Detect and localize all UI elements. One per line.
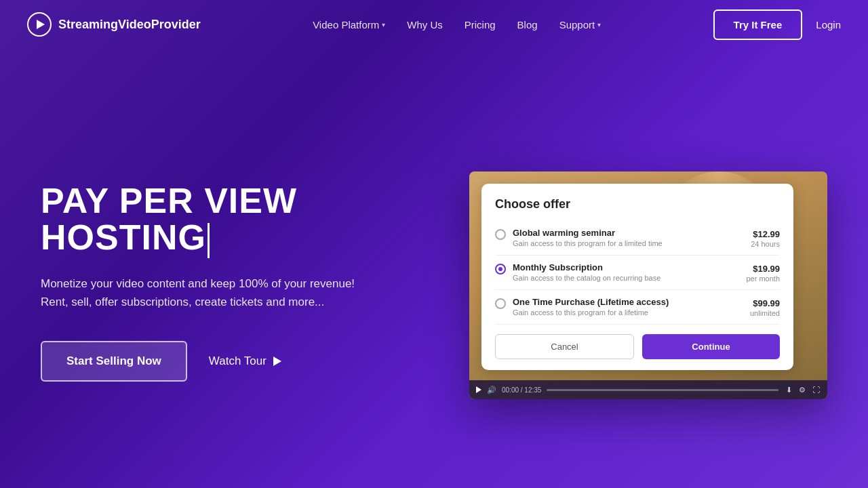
cancel-button[interactable]: Cancel: [495, 334, 634, 359]
volume-button[interactable]: 🔊: [487, 386, 496, 394]
svg-marker-1: [37, 20, 45, 29]
chevron-down-icon: ▾: [597, 21, 601, 28]
hero-title: PAY PER VIEW HOSTING: [41, 182, 414, 258]
play-icon: [273, 357, 281, 366]
offer-radio-2[interactable]: [495, 264, 506, 274]
offer-desc-3: Gain access to this program for a lifeti…: [513, 308, 743, 317]
video-controls-bar: 🔊 00:00 / 12:35 ⬇ ⚙ ⛶: [469, 380, 827, 399]
nav-video-platform[interactable]: Video Platform ▾: [313, 19, 385, 30]
nav-why-us[interactable]: Why Us: [407, 19, 443, 30]
logo-icon: [27, 12, 52, 37]
chevron-down-icon: ▾: [382, 21, 385, 28]
offer-item-1: Global warming seminar Gain access to th…: [495, 221, 780, 256]
offer-name-3: One Time Purchase (Lifetime access): [513, 297, 743, 307]
offer-period-3: unlimited: [750, 309, 780, 317]
continue-button[interactable]: Continue: [642, 334, 780, 359]
login-button[interactable]: Login: [816, 19, 841, 30]
offer-period-2: per month: [746, 274, 780, 283]
nav-support[interactable]: Support ▾: [559, 19, 601, 30]
try-it-free-button[interactable]: Try It Free: [713, 9, 803, 40]
offer-item-2: Monthly Subscription Gain access to the …: [495, 256, 780, 290]
offer-period-1: 24 hours: [751, 240, 780, 248]
video-player[interactable]: Choose offer Global warming seminar Gain…: [469, 171, 827, 399]
offer-name-2: Monthly Subscription: [513, 262, 739, 272]
offer-price-3: $99.99: [753, 298, 780, 308]
start-selling-button[interactable]: Start Selling Now: [41, 341, 187, 382]
offer-name-1: Global warming seminar: [513, 228, 744, 238]
settings-icon[interactable]: ⚙: [797, 385, 807, 394]
nav-links: Video Platform ▾ Why Us Pricing Blog Sup…: [313, 19, 601, 30]
offer-desc-2: Gain access to the catalog on recurring …: [513, 274, 739, 282]
navbar: StreamingVideoProvider Video Platform ▾ …: [0, 0, 868, 49]
hero-subtitle: Monetize your video content and keep 100…: [41, 274, 414, 311]
offer-radio-3[interactable]: [495, 298, 506, 309]
hero-actions: Start Selling Now Watch Tour: [41, 341, 414, 382]
offer-price-1: $12.99: [753, 229, 780, 239]
watch-tour-button[interactable]: Watch Tour: [209, 354, 281, 368]
offer-price-2: $19.99: [753, 264, 780, 274]
choose-offer-overlay: Choose offer Global warming seminar Gain…: [481, 184, 793, 370]
fullscreen-icon[interactable]: ⛶: [811, 385, 821, 394]
hero-content: PAY PER VIEW HOSTING Monetize your video…: [41, 182, 414, 382]
video-progress-bar[interactable]: [547, 389, 778, 391]
download-icon[interactable]: ⬇: [784, 385, 793, 394]
video-time: 00:00 / 12:35: [502, 386, 541, 394]
hero-section: PAY PER VIEW HOSTING Monetize your video…: [0, 49, 868, 488]
choose-offer-title: Choose offer: [495, 197, 780, 211]
offer-item-3: One Time Purchase (Lifetime access) Gain…: [495, 290, 780, 325]
brand-name: StreamingVideoProvider: [58, 18, 201, 32]
nav-cta: Try It Free Login: [713, 9, 841, 40]
nav-pricing[interactable]: Pricing: [465, 19, 496, 30]
text-cursor: [208, 223, 210, 258]
play-pause-button[interactable]: [476, 386, 481, 393]
offer-desc-1: Gain access to this program for a limite…: [513, 239, 744, 247]
hero-video-panel: Choose offer Global warming seminar Gain…: [414, 165, 827, 399]
nav-blog[interactable]: Blog: [517, 19, 538, 30]
offer-radio-1[interactable]: [495, 229, 506, 240]
logo[interactable]: StreamingVideoProvider: [27, 12, 201, 37]
